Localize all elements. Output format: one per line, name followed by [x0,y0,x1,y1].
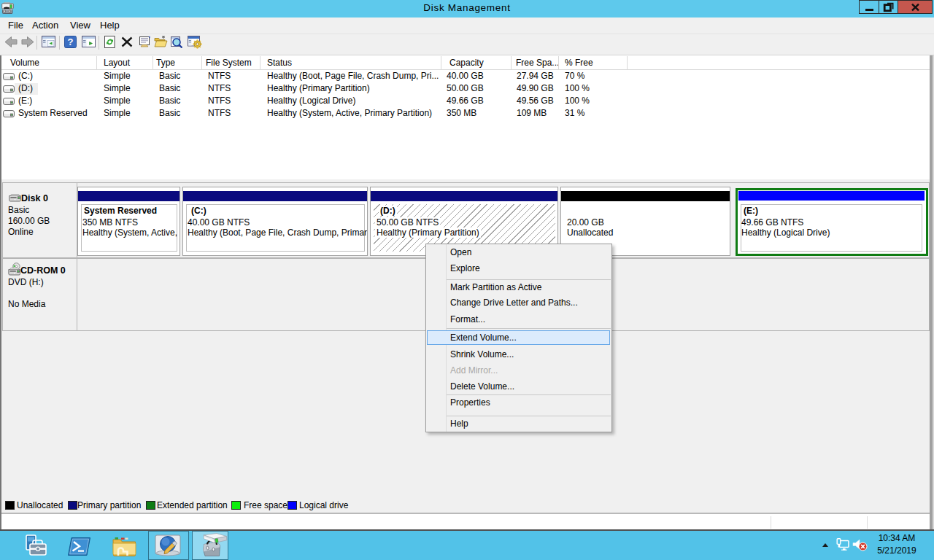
svg-text:?: ? [68,36,74,47]
